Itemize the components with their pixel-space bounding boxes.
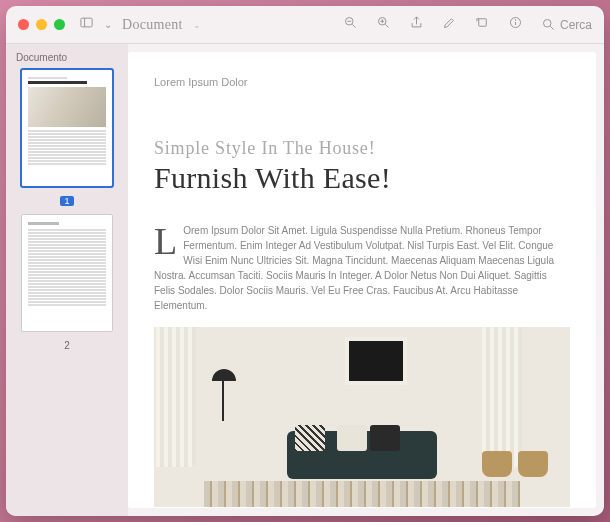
info-button[interactable] (508, 15, 523, 34)
fullscreen-window-button[interactable] (54, 19, 65, 30)
title-dropdown-icon[interactable]: ⌄ (193, 20, 201, 30)
svg-line-6 (385, 24, 388, 27)
page-thumbnail-1[interactable] (21, 69, 113, 187)
page-number-1: 1 (60, 195, 73, 206)
page-thumbnail-2[interactable] (21, 214, 113, 332)
svg-rect-0 (81, 18, 92, 27)
page-number-2: 2 (64, 340, 70, 351)
search-placeholder: Cerca (560, 18, 592, 32)
document-content[interactable]: Lorem Ipsum Dolor Simple Style In The Ho… (128, 52, 596, 508)
svg-rect-9 (479, 19, 487, 27)
window-body: Documento 1 (6, 44, 604, 516)
search-icon (541, 17, 556, 32)
view-menu-button[interactable]: ⌄ (104, 19, 112, 30)
toolbar-right: Cerca (343, 15, 592, 34)
article-body: LOrem Ipsum Dolor Sit Amet. Ligula Suspe… (154, 223, 570, 313)
minimize-window-button[interactable] (36, 19, 47, 30)
running-head: Lorem Ipsum Dolor (154, 76, 570, 88)
document-title: Document (122, 17, 183, 33)
titlebar: ⌄ Document ⌄ Cerca (6, 6, 604, 44)
share-button[interactable] (409, 15, 424, 34)
drop-cap: L (154, 223, 183, 257)
toolbar-left: ⌄ Document ⌄ (79, 15, 201, 34)
zoom-out-button[interactable] (343, 15, 358, 34)
traffic-lights (18, 19, 65, 30)
sidebar-title: Documento (6, 50, 128, 69)
svg-point-12 (515, 20, 516, 21)
rotate-button[interactable] (475, 15, 490, 34)
svg-line-3 (352, 24, 355, 27)
article-kicker: Simple Style In The House! (154, 138, 570, 159)
article-headline: Furnish With Ease! (154, 161, 570, 195)
svg-line-14 (550, 26, 553, 29)
svg-point-13 (543, 20, 551, 28)
thumb-headline (28, 81, 87, 84)
search-field[interactable]: Cerca (541, 17, 592, 32)
close-window-button[interactable] (18, 19, 29, 30)
thumbnails-sidebar: Documento 1 (6, 44, 128, 516)
zoom-in-button[interactable] (376, 15, 391, 34)
sidebar-toggle-button[interactable] (79, 15, 94, 34)
app-window: ⌄ Document ⌄ Cerca Documento (6, 6, 604, 516)
thumbnail-list: 1 2 (6, 69, 128, 351)
article-hero-image (154, 327, 570, 507)
markup-button[interactable] (442, 15, 457, 34)
